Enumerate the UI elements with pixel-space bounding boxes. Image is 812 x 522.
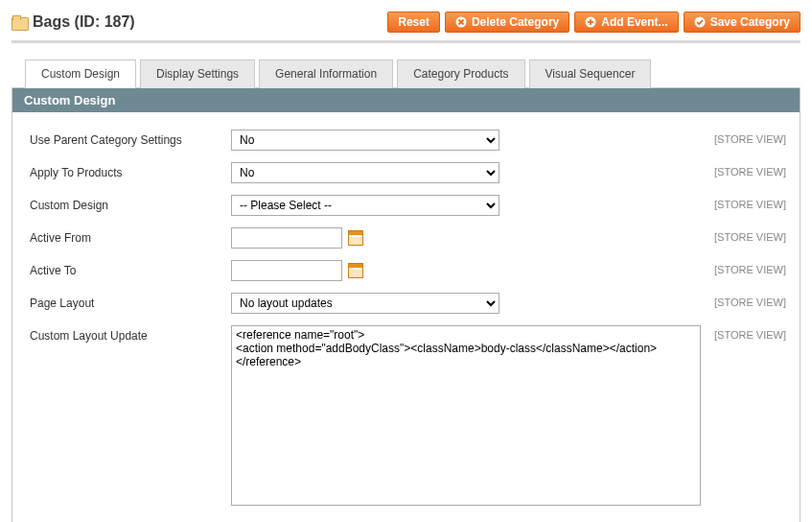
field-custom-design: -- Please Select -- [231,195,499,216]
tab-visual-sequencer[interactable]: Visual Sequencer [529,59,652,88]
calendar-icon[interactable] [348,230,363,246]
field-apply-products: No [231,162,499,183]
folder-icon [12,15,27,29]
delete-icon [455,16,467,28]
scope-label: [STORE VIEW] [714,195,786,210]
row-use-parent: Use Parent Category Settings No [STORE V… [30,124,786,156]
reset-button[interactable]: Reset [387,12,440,33]
add-icon [585,16,596,28]
page-title: Bags (ID: 187) [33,13,135,31]
scope-label: [STORE VIEW] [714,293,786,308]
label-use-parent: Use Parent Category Settings [30,130,231,147]
select-use-parent[interactable]: No [231,130,499,151]
save-category-button[interactable]: Save Category [684,12,800,33]
title-wrap: Bags (ID: 187) [12,13,135,31]
row-custom-design: Custom Design -- Please Select -- [STORE… [30,189,786,222]
action-buttons: Reset Delete Category Add Event... Save … [387,12,800,33]
input-active-to[interactable] [231,260,342,281]
calendar-icon[interactable] [348,263,363,278]
tab-category-products[interactable]: Category Products [397,59,524,88]
scope-label: [STORE VIEW] [714,260,786,275]
tab-label: Category Products [413,67,508,81]
label-apply-products: Apply To Products [30,162,231,179]
row-apply-products: Apply To Products No [STORE VIEW] [30,156,786,189]
tab-general-information[interactable]: General Information [259,59,393,88]
textarea-custom-layout-update[interactable] [231,325,701,506]
delete-label: Delete Category [472,15,559,29]
label-active-from: Active From [30,227,231,245]
select-custom-design[interactable]: -- Please Select -- [231,195,499,216]
field-active-from [231,227,363,249]
field-custom-layout-update [231,325,701,506]
save-label: Save Category [710,15,790,29]
label-custom-design: Custom Design [30,195,231,212]
label-page-layout: Page Layout [30,293,231,310]
scope-label: [STORE VIEW] [714,130,786,145]
label-custom-layout-update: Custom Layout Update [30,325,231,343]
tab-label: Visual Sequencer [545,67,636,81]
scope-label: [STORE VIEW] [714,162,786,178]
label-active-to: Active To [30,260,231,277]
scope-label: [STORE VIEW] [714,227,786,243]
check-icon [694,16,706,28]
delete-category-button[interactable]: Delete Category [445,12,569,33]
row-custom-layout-update: Custom Layout Update [STORE VIEW] [30,320,786,511]
reset-label: Reset [398,15,429,29]
row-active-to: Active To [STORE VIEW] [30,254,786,287]
tab-label: Display Settings [156,67,239,81]
input-active-from[interactable] [231,227,342,249]
scope-label: [STORE VIEW] [714,325,786,341]
tab-panel: Custom Design Use Parent Category Settin… [12,88,800,522]
select-apply-products[interactable]: No [231,162,499,183]
tab-label: General Information [275,67,377,81]
tab-custom-design[interactable]: Custom Design [25,59,136,88]
row-active-from: Active From [STORE VIEW] [30,222,786,254]
select-page-layout[interactable]: No layout updates [231,293,499,314]
add-event-label: Add Event... [601,15,667,29]
form: Use Parent Category Settings No [STORE V… [12,112,800,511]
field-use-parent: No [231,130,499,151]
tab-label: Custom Design [41,67,120,81]
section-header: Custom Design [12,88,800,112]
field-page-layout: No layout updates [231,293,499,314]
add-event-button[interactable]: Add Event... [574,12,678,33]
field-active-to [231,260,363,281]
page-header: Bags (ID: 187) Reset Delete Category Add… [12,8,800,43]
tab-display-settings[interactable]: Display Settings [140,59,255,88]
row-page-layout: Page Layout No layout updates [STORE VIE… [30,287,786,320]
tab-bar: Custom Design Display Settings General I… [12,59,800,88]
